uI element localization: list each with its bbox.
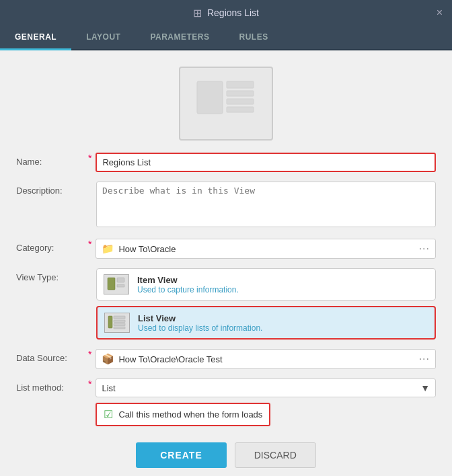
list-view-svg (108, 315, 126, 330)
data-source-select[interactable]: 📦 How To\Oracle\Oracle Test ··· (96, 349, 436, 369)
description-textarea[interactable] (96, 182, 436, 227)
svg-rect-9 (114, 316, 125, 319)
item-view-name: Item View (137, 275, 239, 285)
data-source-required: * (88, 349, 91, 360)
buttons-row: CREATE DISCARD (0, 442, 452, 468)
tab-layout[interactable]: LAYOUT (71, 26, 135, 50)
tabs-bar: GENERAL LAYOUT PARAMETERS RULES (0, 26, 452, 50)
preview-area (0, 50, 452, 153)
create-button[interactable]: CREATE (136, 442, 227, 468)
name-label: Name: (16, 153, 87, 167)
svg-rect-12 (114, 327, 125, 329)
preview-box (179, 67, 273, 141)
list-view-option[interactable]: List View Used to display lists of infor… (96, 306, 436, 340)
svg-rect-3 (227, 99, 254, 104)
list-method-value: List (102, 383, 115, 393)
description-label: Description: (16, 182, 87, 196)
list-method-row: List method: * List ▼ ☑ Call this method… (16, 379, 436, 426)
svg-rect-8 (108, 316, 112, 328)
data-source-dots[interactable]: ··· (419, 353, 430, 365)
list-view-desc: Used to display lists of information. (138, 323, 262, 333)
item-view-icon (104, 274, 129, 294)
name-required: * (88, 153, 91, 163)
category-select[interactable]: 📁 How To\Oracle ··· (96, 239, 436, 259)
data-source-row: Data Source: * 📦 How To\Oracle\Oracle Te… (16, 349, 436, 369)
item-view-desc: Used to capture information. (137, 285, 239, 294)
svg-rect-11 (114, 323, 125, 326)
checkbox-icon: ☑ (104, 408, 113, 421)
data-source-value: How To\Oracle\Oracle Test (118, 354, 222, 364)
svg-rect-2 (227, 91, 254, 96)
tab-rules[interactable]: RULES (225, 26, 283, 50)
list-view-icon (104, 313, 130, 333)
svg-rect-5 (108, 278, 115, 290)
category-value: How To\Oracle (118, 244, 176, 254)
list-view-info: List View Used to display lists of infor… (138, 313, 262, 333)
svg-rect-6 (117, 278, 124, 282)
description-row: Description: (16, 182, 436, 229)
title-bar-title: Regions List (207, 7, 259, 18)
svg-rect-1 (227, 81, 254, 88)
svg-rect-4 (227, 107, 254, 112)
checkbox-label: Call this method when the form loads (118, 409, 262, 420)
category-required: * (88, 239, 91, 249)
datasource-icon: 📦 (102, 353, 114, 365)
category-row: Category: * 📁 How To\Oracle ··· (16, 239, 436, 259)
form-content: Name: * Description: Category: * (0, 50, 452, 476)
preview-icon (196, 80, 256, 127)
item-view-info: Item View Used to capture information. (137, 275, 239, 294)
checkbox-row[interactable]: ☑ Call this method when the form loads (96, 403, 270, 426)
svg-rect-10 (114, 320, 125, 323)
list-method-label: List method: (16, 379, 87, 393)
name-row: Name: * (16, 153, 436, 172)
svg-rect-7 (117, 284, 124, 287)
tab-general[interactable]: GENERAL (0, 26, 71, 50)
list-view-name: List View (138, 313, 262, 323)
category-label: Category: (16, 239, 87, 253)
item-view-option[interactable]: Item View Used to capture information. (96, 268, 436, 301)
form-area: Name: * Description: Category: * (0, 153, 452, 426)
view-type-label: View Type: (16, 268, 87, 282)
item-view-svg (107, 277, 126, 292)
tab-parameters[interactable]: PARAMETERS (135, 26, 224, 50)
title-bar: ⊞ Regions List × (0, 0, 452, 26)
discard-button[interactable]: DISCARD (235, 442, 316, 468)
chevron-down-icon: ▼ (420, 383, 430, 393)
list-method-select[interactable]: List ▼ (96, 379, 436, 397)
view-types-container: Item View Used to capture information. (96, 268, 436, 340)
title-bar-icon: ⊞ (193, 7, 202, 19)
list-method-required: * (88, 379, 91, 389)
close-icon[interactable]: × (437, 7, 443, 19)
name-input[interactable] (96, 153, 436, 172)
svg-rect-0 (197, 81, 223, 114)
data-source-label: Data Source: (16, 349, 87, 363)
folder-icon: 📁 (102, 243, 114, 255)
category-dots[interactable]: ··· (419, 243, 430, 255)
view-type-row: View Type: Item View (16, 268, 436, 340)
